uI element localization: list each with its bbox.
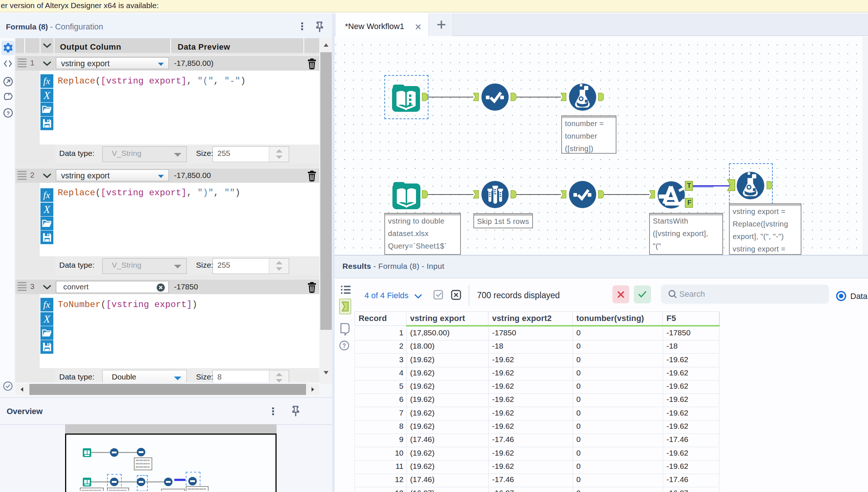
svg-text:X: X	[43, 203, 51, 215]
svg-text:X: X	[43, 313, 51, 325]
svg-text:fx: fx	[43, 76, 50, 86]
svg-text:fx: fx	[43, 190, 50, 200]
svg-text:X: X	[43, 89, 51, 101]
svg-text:?: ?	[6, 110, 10, 116]
svg-text:fx: fx	[43, 299, 50, 310]
svg-text:?: ?	[342, 343, 346, 349]
